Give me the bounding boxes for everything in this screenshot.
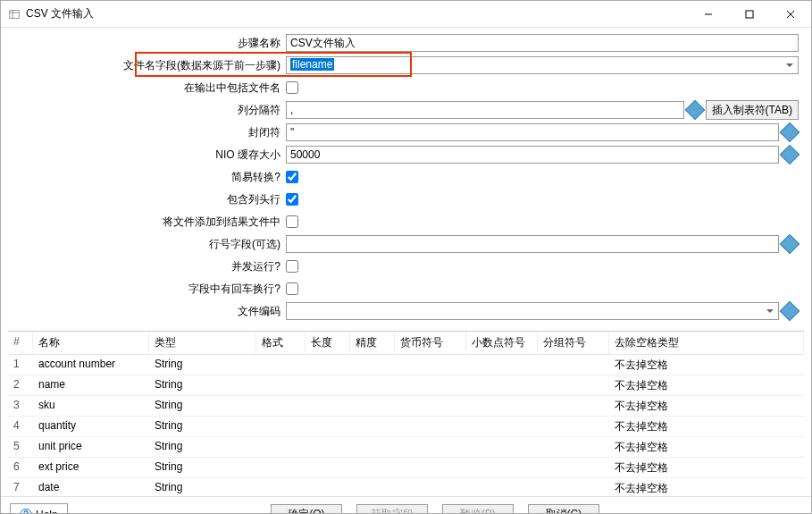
cell-format[interactable] <box>256 355 306 375</box>
cell-name[interactable]: unit price <box>33 437 149 457</box>
insert-tab-button[interactable]: 插入制表符(TAB) <box>706 100 799 120</box>
cell-name[interactable]: account number <box>33 355 149 375</box>
cancel-button[interactable]: 取消(C) <box>528 504 599 515</box>
cell-trim[interactable]: 不去掉空格 <box>609 417 804 436</box>
cell-decimal[interactable] <box>466 417 538 436</box>
enclosure-var-button[interactable] <box>780 122 800 143</box>
cell-group[interactable] <box>538 458 609 477</box>
cell-currency[interactable] <box>395 375 466 395</box>
cell-group[interactable] <box>538 437 609 457</box>
cell-name[interactable]: sku <box>33 396 149 416</box>
preview-button[interactable]: 预览(P) <box>442 504 514 515</box>
rownum-var-button[interactable] <box>780 234 800 255</box>
cell-precision[interactable] <box>350 375 395 395</box>
cell-precision[interactable] <box>350 458 395 477</box>
grid-header-currency[interactable]: 货币符号 <box>395 332 466 354</box>
cell-type[interactable]: String <box>149 396 256 416</box>
cell-type[interactable]: String <box>149 417 256 436</box>
cell-currency[interactable] <box>395 437 466 457</box>
header-row-checkbox[interactable] <box>286 193 298 206</box>
rownum-field-input[interactable] <box>286 235 779 253</box>
cell-length[interactable] <box>306 437 350 457</box>
cell-format[interactable] <box>256 458 306 477</box>
cell-length[interactable] <box>306 458 350 477</box>
cell-name[interactable]: ext price <box>33 458 149 477</box>
cell-group[interactable] <box>538 355 609 375</box>
cell-precision[interactable] <box>350 417 395 436</box>
add-to-result-checkbox[interactable] <box>286 215 298 228</box>
cell-currency[interactable] <box>395 355 466 375</box>
encoding-combobox[interactable] <box>286 302 779 320</box>
cell-trim[interactable]: 不去掉空格 <box>609 396 804 416</box>
grid-header-decimal[interactable]: 小数点符号 <box>466 332 538 354</box>
cell-type[interactable]: String <box>149 355 256 375</box>
encoding-var-button[interactable] <box>780 301 800 322</box>
cell-length[interactable] <box>306 478 350 496</box>
table-row[interactable]: 6ext priceString不去掉空格 <box>8 458 804 478</box>
cell-precision[interactable] <box>350 478 395 496</box>
nio-buffer-input[interactable] <box>286 146 779 164</box>
filename-field-combobox[interactable]: filename <box>286 56 799 74</box>
cell-trim[interactable]: 不去掉空格 <box>609 375 804 395</box>
cell-trim[interactable]: 不去掉空格 <box>609 437 804 457</box>
ok-button[interactable]: 确定(O) <box>271 504 342 515</box>
cell-currency[interactable] <box>395 478 466 496</box>
cell-format[interactable] <box>256 375 306 395</box>
cell-decimal[interactable] <box>466 355 538 375</box>
nio-buffer-var-button[interactable] <box>780 145 800 165</box>
cell-currency[interactable] <box>395 458 466 477</box>
cell-currency[interactable] <box>395 396 466 416</box>
parallel-checkbox[interactable] <box>286 260 298 273</box>
cell-name[interactable]: quantity <box>33 417 149 436</box>
cell-group[interactable] <box>538 478 609 496</box>
delimiter-input[interactable] <box>286 101 684 119</box>
grid-header-trim[interactable]: 去除空格类型 <box>609 332 804 354</box>
cell-type[interactable]: String <box>149 375 256 395</box>
cell-format[interactable] <box>256 396 306 416</box>
grid-header-precision[interactable]: 精度 <box>350 332 395 354</box>
maximize-button[interactable] <box>729 1 770 28</box>
close-button[interactable] <box>770 1 811 28</box>
newline-in-field-checkbox[interactable] <box>286 282 298 295</box>
table-row[interactable]: 7dateString不去掉空格 <box>8 478 804 496</box>
table-row[interactable]: 2nameString不去掉空格 <box>8 375 804 396</box>
grid-header-type[interactable]: 类型 <box>149 332 256 354</box>
grid-header-name[interactable]: 名称 <box>33 332 149 354</box>
cell-length[interactable] <box>306 375 350 395</box>
cell-format[interactable] <box>256 437 306 457</box>
cell-group[interactable] <box>538 375 609 395</box>
cell-type[interactable]: String <box>149 437 256 457</box>
include-filename-checkbox[interactable] <box>286 81 298 94</box>
delimiter-var-button[interactable] <box>684 100 705 121</box>
grid-header-group[interactable]: 分组符号 <box>538 332 609 354</box>
cell-trim[interactable]: 不去掉空格 <box>609 478 804 496</box>
get-fields-button[interactable]: 获取字段 <box>356 504 428 515</box>
cell-format[interactable] <box>256 417 306 436</box>
cell-decimal[interactable] <box>466 375 538 395</box>
cell-trim[interactable]: 不去掉空格 <box>609 458 804 477</box>
cell-precision[interactable] <box>350 396 395 416</box>
grid-header-format[interactable]: 格式 <box>256 332 306 354</box>
cell-type[interactable]: String <box>149 458 256 477</box>
table-row[interactable]: 5unit priceString不去掉空格 <box>8 437 804 458</box>
grid-header-num[interactable]: # <box>8 332 33 354</box>
cell-length[interactable] <box>306 417 350 436</box>
cell-name[interactable]: date <box>33 478 149 496</box>
cell-type[interactable]: String <box>149 478 256 496</box>
cell-decimal[interactable] <box>466 458 538 477</box>
table-row[interactable]: 1account numberString不去掉空格 <box>8 355 804 375</box>
table-row[interactable]: 3skuString不去掉空格 <box>8 396 804 417</box>
help-button[interactable]: ? Help <box>10 503 68 515</box>
grid-header-length[interactable]: 长度 <box>306 332 350 354</box>
cell-decimal[interactable] <box>466 396 538 416</box>
table-row[interactable]: 4quantityString不去掉空格 <box>8 417 804 437</box>
cell-decimal[interactable] <box>466 437 538 457</box>
cell-decimal[interactable] <box>466 478 538 496</box>
cell-precision[interactable] <box>350 437 395 457</box>
cell-group[interactable] <box>538 396 609 416</box>
cell-trim[interactable]: 不去掉空格 <box>609 355 804 375</box>
cell-currency[interactable] <box>395 417 466 436</box>
cell-group[interactable] <box>538 417 609 436</box>
lazy-conversion-checkbox[interactable] <box>286 171 298 183</box>
enclosure-input[interactable] <box>286 123 779 141</box>
